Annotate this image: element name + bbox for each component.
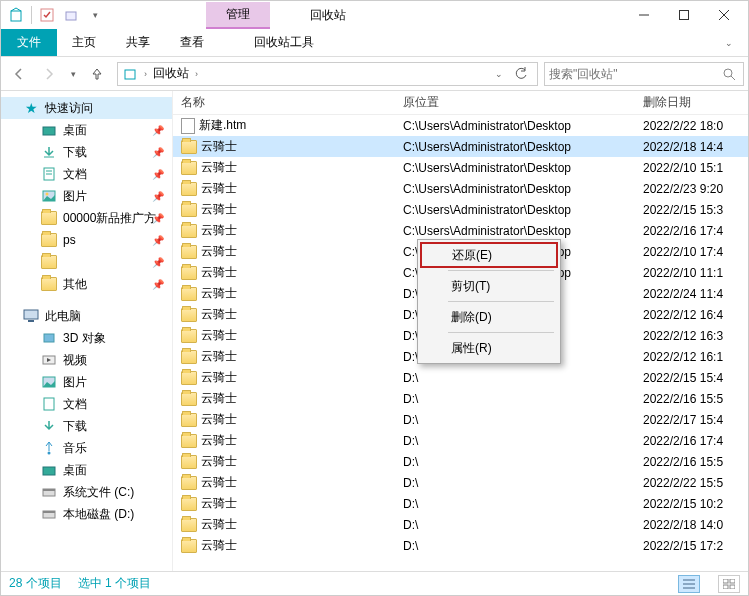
sidebar-item[interactable]: 图片 (1, 371, 172, 393)
ribbon-expand-icon[interactable]: ⌄ (710, 29, 748, 56)
chevron-right-icon[interactable]: › (144, 69, 147, 79)
qat-dropdown-icon[interactable]: ▾ (84, 4, 106, 26)
home-tab[interactable]: 主页 (57, 29, 111, 56)
sidebar-item[interactable]: 下载 (1, 415, 172, 437)
file-row[interactable]: 云骑士C:\Users\Administrator\Desktop2022/2/… (173, 136, 748, 157)
file-row[interactable]: 云骑士D:\2022/2/15 17:2 (173, 535, 748, 556)
refresh-button[interactable] (509, 63, 533, 85)
sidebar-item[interactable]: 文档📌 (1, 163, 172, 185)
search-box[interactable] (544, 62, 744, 86)
minimize-button[interactable] (624, 1, 664, 29)
file-row[interactable]: 云骑士D:\2022/2/16 15:5 (173, 388, 748, 409)
file-row[interactable]: 云骑士D:\2022/2/22 15:5 (173, 472, 748, 493)
contextual-tab-manage[interactable]: 管理 (206, 2, 270, 29)
file-name: 云骑士 (201, 327, 237, 344)
file-name: 云骑士 (201, 516, 237, 533)
ctx-restore[interactable]: 还原(E) (420, 242, 558, 268)
folder-icon (181, 392, 197, 406)
view-tab[interactable]: 查看 (165, 29, 219, 56)
ctx-delete[interactable]: 删除(D) (420, 304, 558, 330)
file-location: D:\ (403, 539, 643, 553)
file-tab[interactable]: 文件 (1, 29, 57, 56)
sidebar-item[interactable]: ps📌 (1, 229, 172, 251)
svg-rect-10 (43, 127, 55, 135)
this-pc-header[interactable]: 此电脑 (1, 305, 172, 327)
sidebar-item[interactable]: 图片📌 (1, 185, 172, 207)
folder-icon (181, 140, 197, 154)
share-tab[interactable]: 共享 (111, 29, 165, 56)
sidebar-item[interactable]: 桌面 (1, 459, 172, 481)
close-button[interactable] (704, 1, 744, 29)
item-icon (41, 374, 57, 390)
svg-point-8 (724, 69, 732, 77)
file-row[interactable]: 云骑士D:\2022/2/16 15:5 (173, 451, 748, 472)
column-date[interactable]: 删除日期 (643, 94, 748, 111)
sidebar-item-label: 下载 (63, 418, 87, 435)
sidebar-item[interactable]: 视频 (1, 349, 172, 371)
sidebar-item[interactable]: 3D 对象 (1, 327, 172, 349)
quick-access-header[interactable]: ★ 快速访问 (1, 97, 172, 119)
properties-icon[interactable] (36, 4, 58, 26)
file-date: 2022/2/15 10:2 (643, 497, 748, 511)
svg-rect-33 (723, 579, 728, 583)
up-button[interactable] (83, 60, 111, 88)
file-row[interactable]: 云骑士C:\Users\Administrator\Desktop2022/2/… (173, 199, 748, 220)
sidebar-item[interactable]: 下载📌 (1, 141, 172, 163)
file-location: D:\ (403, 455, 643, 469)
sidebar-item[interactable]: 📌 (1, 251, 172, 273)
item-icon (41, 462, 57, 478)
ctx-properties[interactable]: 属性(R) (420, 335, 558, 361)
navigation-bar: ▾ › 回收站 › ⌄ (1, 57, 748, 91)
file-name: 云骑士 (201, 264, 237, 281)
details-view-button[interactable] (678, 575, 700, 593)
file-row[interactable]: 云骑士D:\2022/2/17 15:4 (173, 409, 748, 430)
svg-rect-7 (125, 70, 135, 79)
column-location[interactable]: 原位置 (403, 94, 643, 111)
address-dropdown-icon[interactable]: ⌄ (495, 69, 503, 79)
folder-icon (181, 413, 197, 427)
column-name[interactable]: 名称 (173, 94, 403, 111)
recycle-bin-icon[interactable] (5, 4, 27, 26)
sidebar-item[interactable]: 桌面📌 (1, 119, 172, 141)
search-icon[interactable] (719, 67, 739, 81)
sidebar-item-label: 下载 (63, 144, 87, 161)
item-icon (41, 440, 57, 456)
recycle-tools-tab[interactable]: 回收站工具 (239, 29, 329, 56)
new-folder-icon[interactable] (60, 4, 82, 26)
chevron-right-icon[interactable]: › (195, 69, 198, 79)
breadcrumb-item[interactable]: 回收站 (153, 65, 189, 82)
maximize-button[interactable] (664, 1, 704, 29)
file-list-pane: 名称 原位置 删除日期 新建.htmC:\Users\Administrator… (173, 91, 748, 571)
file-row[interactable]: 云骑士C:\Users\Administrator\Desktop2022/2/… (173, 157, 748, 178)
file-row[interactable]: 云骑士D:\2022/2/18 14:0 (173, 514, 748, 535)
file-date: 2022/2/12 16:1 (643, 350, 748, 364)
sidebar-item[interactable]: 00000新品推广方📌 (1, 207, 172, 229)
pin-icon: 📌 (152, 125, 164, 136)
sidebar-item[interactable]: 音乐 (1, 437, 172, 459)
sidebar-item[interactable]: 系统文件 (C:) (1, 481, 172, 503)
back-button[interactable] (5, 60, 33, 88)
folder-icon (181, 518, 197, 532)
search-input[interactable] (549, 67, 719, 81)
address-bar[interactable]: › 回收站 › ⌄ (117, 62, 538, 86)
file-row[interactable]: 云骑士D:\2022/2/15 10:2 (173, 493, 748, 514)
sidebar-item-label: 系统文件 (C:) (63, 484, 134, 501)
file-date: 2022/2/23 9:20 (643, 182, 748, 196)
file-row[interactable]: 云骑士D:\2022/2/16 17:4 (173, 430, 748, 451)
svg-rect-25 (43, 467, 55, 475)
recent-dropdown-icon[interactable]: ▾ (65, 60, 81, 88)
sidebar-item[interactable]: 本地磁盘 (D:) (1, 503, 172, 525)
ctx-cut[interactable]: 剪切(T) (420, 273, 558, 299)
forward-button[interactable] (35, 60, 63, 88)
sidebar-item[interactable]: 其他📌 (1, 273, 172, 295)
svg-rect-0 (11, 11, 21, 21)
ribbon-tabs: 文件 主页 共享 查看 回收站工具 ⌄ (1, 29, 748, 57)
icons-view-button[interactable] (718, 575, 740, 593)
file-row[interactable]: 云骑士D:\2022/2/15 15:4 (173, 367, 748, 388)
folder-icon (181, 455, 197, 469)
file-name: 云骑士 (201, 159, 237, 176)
sidebar-item[interactable]: 文档 (1, 393, 172, 415)
file-row[interactable]: 新建.htmC:\Users\Administrator\Desktop2022… (173, 115, 748, 136)
file-row[interactable]: 云骑士C:\Users\Administrator\Desktop2022/2/… (173, 178, 748, 199)
file-row[interactable]: 云骑士C:\Users\Administrator\Desktop2022/2/… (173, 220, 748, 241)
